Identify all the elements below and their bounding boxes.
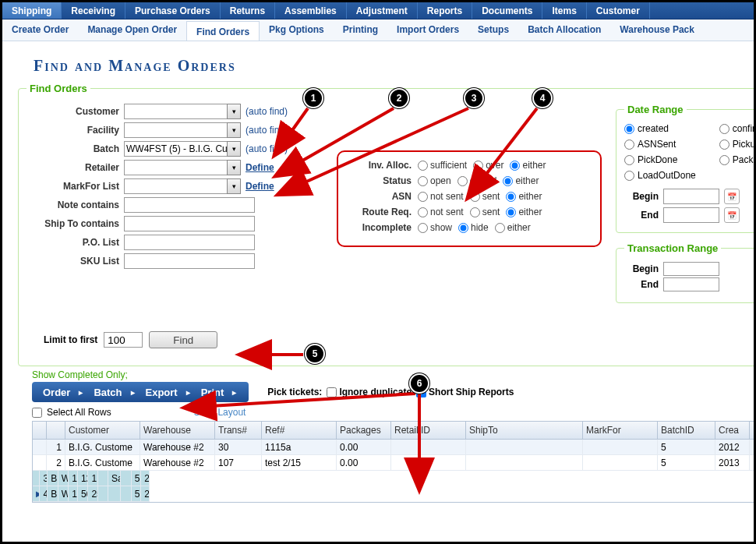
trans-end-input[interactable] — [663, 277, 719, 291]
grid-header-cell[interactable]: Packages — [337, 422, 391, 439]
grid-header-cell[interactable]: Retail ID — [391, 422, 466, 439]
chevron-down-icon[interactable]: ▾ — [227, 141, 241, 157]
short-ship-checkbox[interactable]: Short Ship Reports — [416, 387, 514, 397]
table-row[interactable]: 1B.I.G. CustomeWarehouse #2301115a0.0052… — [33, 440, 756, 455]
date-radio[interactable]: LoadOutDone — [624, 170, 696, 181]
sub-nav-item[interactable]: Warehouse Pack — [610, 19, 704, 41]
radio-input[interactable] — [506, 207, 516, 217]
filter-radio-asn[interactable]: either — [506, 191, 542, 202]
shipto-input[interactable] — [124, 216, 255, 231]
radio-input[interactable] — [503, 176, 513, 186]
sub-nav-item[interactable]: Pkg Options — [260, 19, 334, 41]
chevron-down-icon[interactable]: ▾ — [227, 122, 241, 138]
table-row[interactable]: ▶4B.I.G. CustomeWarehouse #2109569250.00… — [33, 486, 150, 502]
primary-nav-item[interactable]: Receiving — [62, 2, 125, 19]
trans-begin-input[interactable] — [663, 262, 719, 276]
limit-input[interactable] — [104, 332, 143, 348]
radio-input[interactable] — [418, 207, 428, 217]
sku-input[interactable] — [124, 253, 255, 269]
radio-input[interactable] — [506, 192, 516, 202]
primary-nav-item[interactable]: Customer — [587, 2, 650, 19]
markfor-define-link[interactable]: Define — [246, 181, 274, 192]
radio-input[interactable] — [457, 176, 468, 186]
radio-input[interactable] — [473, 161, 483, 171]
radio-input[interactable] — [458, 223, 468, 233]
filter-radio-status[interactable]: either — [503, 175, 539, 186]
calendar-icon[interactable]: 📅 — [724, 189, 740, 204]
sub-nav-item[interactable]: Manage Open Order — [78, 19, 186, 41]
grid-header-cell[interactable]: Ref# — [262, 422, 337, 439]
date-radio[interactable]: created — [624, 123, 696, 134]
grid-header-cell[interactable]: Crea — [715, 422, 750, 439]
filter-radio-asn[interactable]: sent — [470, 191, 500, 202]
sub-nav-item[interactable]: Setups — [468, 19, 518, 41]
action-menu-item[interactable]: Batch — [89, 387, 140, 398]
sub-nav-item[interactable]: Printing — [334, 19, 387, 41]
grid-header-cell[interactable]: Trans# — [215, 422, 262, 439]
grid-header-cell[interactable] — [47, 422, 65, 439]
action-menu-item[interactable]: Order — [38, 387, 89, 398]
grid-header-cell[interactable]: BatchID — [658, 422, 715, 439]
radio-input[interactable] — [719, 140, 730, 150]
primary-nav-item[interactable]: Items — [542, 2, 586, 19]
date-radio[interactable]: confir — [719, 123, 756, 134]
radio-input[interactable] — [470, 192, 480, 202]
calendar-icon[interactable]: 📅 — [724, 207, 740, 223]
filter-radio-invalloc[interactable]: either — [510, 160, 546, 171]
grid-header-cell[interactable]: ShipTo — [466, 422, 583, 439]
primary-nav-item[interactable]: Returns — [221, 2, 275, 19]
radio-input[interactable] — [418, 192, 428, 202]
radio-input[interactable] — [719, 124, 730, 134]
save-layout-link[interactable]: Save Layout — [194, 407, 246, 418]
grid-header-cell[interactable]: Customer — [65, 422, 140, 439]
sub-nav-item[interactable]: Import Orders — [387, 19, 468, 41]
chevron-down-icon[interactable]: ▾ — [227, 104, 241, 119]
sub-nav-item[interactable]: Find Orders — [186, 21, 260, 41]
markfor-select[interactable] — [124, 178, 241, 194]
grid-header-cell[interactable] — [33, 422, 47, 439]
primary-nav-item[interactable]: Documents — [472, 2, 542, 19]
po-input[interactable] — [124, 235, 255, 250]
note-input[interactable] — [124, 197, 255, 213]
filter-radio-incomp[interactable]: either — [495, 222, 531, 233]
batch-autofind-link[interactable]: (auto find) — [246, 143, 288, 154]
filter-radio-incomp[interactable]: hide — [458, 222, 489, 233]
grid-header-cell[interactable]: Warehouse — [140, 422, 215, 439]
ignore-duplicate-input[interactable] — [327, 387, 337, 397]
filter-radio-asn[interactable]: not sent — [418, 191, 464, 202]
radio-input[interactable] — [495, 223, 505, 233]
date-radio[interactable]: PackD — [719, 154, 756, 165]
customer-autofind-link[interactable]: (auto find) — [246, 106, 288, 117]
ignore-duplicate-checkbox[interactable]: Ignore duplicate — [327, 387, 412, 397]
radio-input[interactable] — [418, 176, 428, 186]
radio-input[interactable] — [510, 161, 520, 171]
retailer-define-link[interactable]: Define — [246, 162, 274, 173]
filter-radio-status[interactable]: open — [418, 175, 451, 186]
customer-select[interactable] — [124, 104, 241, 119]
radio-input[interactable] — [418, 161, 428, 171]
radio-input[interactable] — [624, 140, 634, 150]
radio-input[interactable] — [624, 124, 634, 134]
date-radio[interactable]: Picku — [719, 139, 756, 150]
sub-nav-item[interactable]: Create Order — [2, 19, 78, 41]
grid-header-cell[interactable]: MarkFor — [583, 422, 658, 439]
radio-input[interactable] — [418, 223, 428, 233]
batch-select[interactable] — [124, 141, 241, 157]
primary-nav-item[interactable]: Reports — [418, 2, 472, 19]
find-button[interactable]: Find — [149, 331, 217, 348]
filter-radio-incomp[interactable]: show — [418, 222, 452, 233]
radio-input[interactable] — [624, 171, 634, 181]
primary-nav-item[interactable]: Assemblies — [275, 2, 347, 19]
action-menu-item[interactable]: Print — [196, 387, 243, 398]
begin-date-input[interactable] — [663, 189, 719, 204]
action-menu-item[interactable]: Export — [141, 387, 196, 398]
primary-nav-item[interactable]: Adjustment — [347, 2, 418, 19]
facility-autofind-link[interactable]: (auto find) — [246, 125, 288, 136]
sub-nav-item[interactable]: Batch Allocation — [518, 19, 610, 41]
filter-radio-route[interactable]: sent — [470, 207, 500, 217]
filter-radio-route[interactable]: either — [506, 207, 542, 217]
date-radio[interactable]: PickDone — [624, 154, 696, 165]
radio-input[interactable] — [624, 155, 634, 165]
filter-radio-invalloc[interactable]: over — [473, 160, 503, 171]
table-row[interactable]: 3B.I.G. CustomeWarehouse #2108123331.00S… — [33, 471, 150, 486]
